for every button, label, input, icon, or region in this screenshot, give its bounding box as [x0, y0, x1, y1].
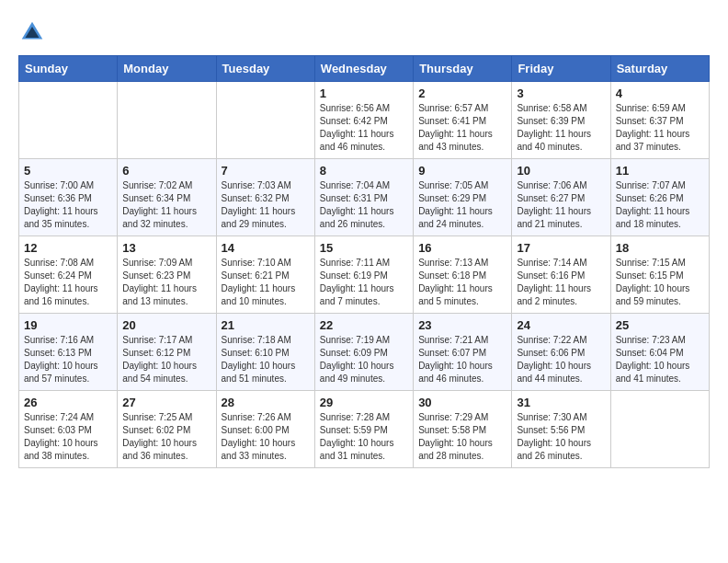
day-header-saturday: Saturday	[610, 56, 709, 82]
day-header-monday: Monday	[118, 56, 216, 82]
day-header-wednesday: Wednesday	[314, 56, 413, 82]
calendar-cell: 2Sunrise: 6:57 AM Sunset: 6:41 PM Daylig…	[414, 82, 512, 159]
calendar-week-2: 5Sunrise: 7:00 AM Sunset: 6:36 PM Daylig…	[19, 159, 710, 236]
calendar-cell: 13Sunrise: 7:09 AM Sunset: 6:23 PM Dayli…	[118, 236, 216, 314]
day-number: 14	[222, 241, 310, 255]
calendar-week-4: 19Sunrise: 7:16 AM Sunset: 6:13 PM Dayli…	[19, 314, 710, 391]
calendar-header-row: SundayMondayTuesdayWednesdayThursdayFrid…	[19, 56, 710, 82]
calendar-cell: 29Sunrise: 7:28 AM Sunset: 5:59 PM Dayli…	[314, 391, 413, 468]
day-number: 3	[517, 86, 605, 100]
calendar-cell: 30Sunrise: 7:29 AM Sunset: 5:58 PM Dayli…	[414, 391, 512, 468]
day-number: 21	[222, 318, 310, 332]
day-header-thursday: Thursday	[414, 56, 512, 82]
day-info: Sunrise: 7:08 AM Sunset: 6:24 PM Dayligh…	[24, 257, 112, 308]
day-info: Sunrise: 6:59 AM Sunset: 6:37 PM Dayligh…	[616, 102, 704, 154]
calendar-week-5: 26Sunrise: 7:24 AM Sunset: 6:03 PM Dayli…	[19, 391, 710, 468]
day-number: 20	[122, 318, 210, 332]
calendar-cell: 15Sunrise: 7:11 AM Sunset: 6:19 PM Dayli…	[314, 236, 413, 314]
day-info: Sunrise: 7:17 AM Sunset: 6:12 PM Dayligh…	[122, 334, 210, 385]
calendar-cell: 4Sunrise: 6:59 AM Sunset: 6:37 PM Daylig…	[610, 82, 709, 159]
day-info: Sunrise: 7:10 AM Sunset: 6:21 PM Dayligh…	[222, 257, 310, 308]
day-info: Sunrise: 7:21 AM Sunset: 6:07 PM Dayligh…	[418, 334, 506, 385]
day-info: Sunrise: 7:30 AM Sunset: 5:56 PM Dayligh…	[517, 411, 605, 463]
day-number: 6	[122, 164, 210, 178]
day-number: 13	[122, 241, 210, 255]
calendar-cell: 28Sunrise: 7:26 AM Sunset: 6:00 PM Dayli…	[216, 391, 314, 468]
calendar-cell: 16Sunrise: 7:13 AM Sunset: 6:18 PM Dayli…	[414, 236, 512, 314]
day-header-friday: Friday	[512, 56, 610, 82]
day-number: 23	[418, 318, 506, 332]
day-number: 16	[418, 241, 506, 255]
calendar-cell: 31Sunrise: 7:30 AM Sunset: 5:56 PM Dayli…	[512, 391, 610, 468]
calendar-cell: 5Sunrise: 7:00 AM Sunset: 6:36 PM Daylig…	[19, 159, 118, 236]
day-info: Sunrise: 7:06 AM Sunset: 6:27 PM Dayligh…	[517, 179, 605, 231]
day-info: Sunrise: 7:13 AM Sunset: 6:18 PM Dayligh…	[418, 257, 506, 308]
day-info: Sunrise: 7:23 AM Sunset: 6:04 PM Dayligh…	[616, 334, 704, 385]
day-info: Sunrise: 7:04 AM Sunset: 6:31 PM Dayligh…	[320, 179, 408, 231]
day-number: 10	[517, 164, 605, 178]
main-container: SundayMondayTuesdayWednesdayThursdayFrid…	[0, 0, 728, 477]
day-info: Sunrise: 6:58 AM Sunset: 6:39 PM Dayligh…	[517, 102, 605, 154]
day-info: Sunrise: 7:16 AM Sunset: 6:13 PM Dayligh…	[24, 334, 112, 385]
day-info: Sunrise: 7:00 AM Sunset: 6:36 PM Dayligh…	[24, 179, 112, 231]
day-header-tuesday: Tuesday	[216, 56, 314, 82]
calendar-cell: 6Sunrise: 7:02 AM Sunset: 6:34 PM Daylig…	[118, 159, 216, 236]
day-number: 2	[418, 86, 506, 100]
calendar-cell: 7Sunrise: 7:03 AM Sunset: 6:32 PM Daylig…	[216, 159, 314, 236]
day-info: Sunrise: 7:26 AM Sunset: 6:00 PM Dayligh…	[222, 411, 310, 463]
calendar-cell: 10Sunrise: 7:06 AM Sunset: 6:27 PM Dayli…	[512, 159, 610, 236]
day-info: Sunrise: 7:24 AM Sunset: 6:03 PM Dayligh…	[24, 411, 112, 463]
day-info: Sunrise: 7:18 AM Sunset: 6:10 PM Dayligh…	[222, 334, 310, 385]
day-info: Sunrise: 7:05 AM Sunset: 6:29 PM Dayligh…	[418, 179, 506, 231]
day-number: 4	[616, 86, 704, 100]
day-number: 30	[418, 396, 506, 409]
calendar-cell: 8Sunrise: 7:04 AM Sunset: 6:31 PM Daylig…	[314, 159, 413, 236]
calendar-table: SundayMondayTuesdayWednesdayThursdayFrid…	[18, 55, 710, 468]
day-number: 27	[122, 396, 210, 409]
calendar-cell: 14Sunrise: 7:10 AM Sunset: 6:21 PM Dayli…	[216, 236, 314, 314]
day-info: Sunrise: 7:02 AM Sunset: 6:34 PM Dayligh…	[122, 179, 210, 231]
calendar-cell: 25Sunrise: 7:23 AM Sunset: 6:04 PM Dayli…	[610, 314, 709, 391]
calendar-week-3: 12Sunrise: 7:08 AM Sunset: 6:24 PM Dayli…	[19, 236, 710, 314]
day-info: Sunrise: 7:03 AM Sunset: 6:32 PM Dayligh…	[222, 179, 310, 231]
day-info: Sunrise: 7:22 AM Sunset: 6:06 PM Dayligh…	[517, 334, 605, 385]
day-info: Sunrise: 6:57 AM Sunset: 6:41 PM Dayligh…	[418, 102, 506, 154]
day-number: 11	[616, 164, 704, 178]
day-info: Sunrise: 7:29 AM Sunset: 5:58 PM Dayligh…	[418, 411, 506, 463]
calendar-cell: 12Sunrise: 7:08 AM Sunset: 6:24 PM Dayli…	[19, 236, 118, 314]
day-number: 19	[24, 318, 112, 332]
day-number: 7	[222, 164, 310, 178]
day-info: Sunrise: 7:11 AM Sunset: 6:19 PM Dayligh…	[320, 257, 408, 308]
day-number: 12	[24, 241, 112, 255]
calendar-cell: 20Sunrise: 7:17 AM Sunset: 6:12 PM Dayli…	[118, 314, 216, 391]
calendar-cell: 26Sunrise: 7:24 AM Sunset: 6:03 PM Dayli…	[19, 391, 118, 468]
calendar-cell: 1Sunrise: 6:56 AM Sunset: 6:42 PM Daylig…	[314, 82, 413, 159]
day-number: 31	[517, 396, 605, 409]
calendar-cell: 9Sunrise: 7:05 AM Sunset: 6:29 PM Daylig…	[414, 159, 512, 236]
calendar-cell: 23Sunrise: 7:21 AM Sunset: 6:07 PM Dayli…	[414, 314, 512, 391]
day-info: Sunrise: 7:25 AM Sunset: 6:02 PM Dayligh…	[122, 411, 210, 463]
calendar-cell	[19, 82, 118, 159]
day-number: 29	[320, 396, 408, 409]
day-info: Sunrise: 7:19 AM Sunset: 6:09 PM Dayligh…	[320, 334, 408, 385]
day-info: Sunrise: 7:14 AM Sunset: 6:16 PM Dayligh…	[517, 257, 605, 308]
day-number: 18	[616, 241, 704, 255]
day-info: Sunrise: 7:07 AM Sunset: 6:26 PM Dayligh…	[616, 179, 704, 231]
logo	[18, 18, 50, 46]
day-number: 28	[222, 396, 310, 409]
day-number: 15	[320, 241, 408, 255]
day-info: Sunrise: 6:56 AM Sunset: 6:42 PM Dayligh…	[320, 102, 408, 154]
day-header-sunday: Sunday	[19, 56, 118, 82]
day-info: Sunrise: 7:15 AM Sunset: 6:15 PM Dayligh…	[616, 257, 704, 308]
day-info: Sunrise: 7:09 AM Sunset: 6:23 PM Dayligh…	[122, 257, 210, 308]
day-number: 26	[24, 396, 112, 409]
calendar-cell: 27Sunrise: 7:25 AM Sunset: 6:02 PM Dayli…	[118, 391, 216, 468]
day-number: 1	[320, 86, 408, 100]
day-number: 8	[320, 164, 408, 178]
day-info: Sunrise: 7:28 AM Sunset: 5:59 PM Dayligh…	[320, 411, 408, 463]
calendar-cell: 11Sunrise: 7:07 AM Sunset: 6:26 PM Dayli…	[610, 159, 709, 236]
day-number: 24	[517, 318, 605, 332]
calendar-cell: 3Sunrise: 6:58 AM Sunset: 6:39 PM Daylig…	[512, 82, 610, 159]
calendar-cell	[216, 82, 314, 159]
calendar-cell: 21Sunrise: 7:18 AM Sunset: 6:10 PM Dayli…	[216, 314, 314, 391]
